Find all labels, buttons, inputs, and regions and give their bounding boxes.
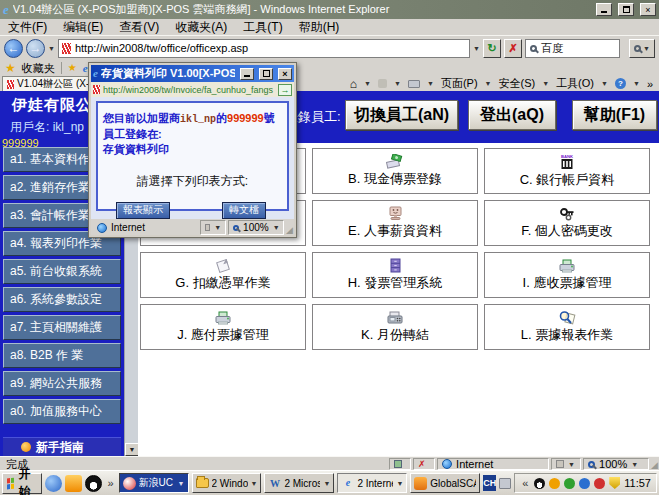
taskbar-task-globalscape[interactable]: GlobalSCAPE ... [410, 473, 480, 493]
search-value: 百度 [541, 41, 563, 56]
command-overflow-chevron[interactable]: » [647, 78, 653, 90]
menu-view[interactable]: 查看(V) [119, 19, 159, 36]
tray-qq-icon[interactable] [534, 478, 545, 489]
close-button[interactable]: × [640, 3, 656, 16]
dialog-title: 存貨資料列印 V1.00[X-POS 雲端商務網] [101, 66, 235, 81]
taskbar: 开始 » 新浪UC▼ 2 Windows Ex...▼ W 2 Microsof… [0, 470, 659, 495]
cabinet-icon [388, 258, 403, 273]
command-page[interactable]: 页面(P) [441, 76, 478, 91]
search-go-button[interactable]: ▼ [629, 39, 655, 58]
grid-cell-h[interactable]: H. 發票管理系統 [312, 252, 478, 298]
quicklaunch-icon-3[interactable] [85, 475, 102, 492]
taskbar-task-sina-uc[interactable]: 新浪UC▼ [119, 473, 189, 493]
taskbar-task-explorer-group[interactable]: 2 Windows Ex...▼ [192, 473, 262, 493]
sidebar-item-a5[interactable]: a5. 前台收銀系統 [3, 259, 121, 284]
employee-number: 999999 [227, 112, 264, 124]
help-icon[interactable]: ? [615, 78, 626, 89]
dialog-url: http://win2008/tw/Invoice/fa_cunhuo_fang… [103, 85, 275, 95]
switch-employee-button[interactable]: 切換員工(aN) [345, 100, 458, 130]
tray-icon-red[interactable] [594, 478, 605, 489]
dialog-resize-grip: ◢ [285, 219, 294, 235]
dialog-close-button[interactable]: × [278, 68, 292, 80]
export-file-button[interactable]: 轉文檔 [222, 202, 266, 219]
tray-chevron[interactable]: « [520, 477, 530, 489]
grid-cell-j[interactable]: J. 應付票據管理 [140, 304, 306, 350]
feed-icon[interactable] [378, 79, 387, 88]
paper-icon [215, 259, 231, 273]
site-icon [62, 43, 71, 54]
quicklaunch-icon-2[interactable] [65, 475, 82, 492]
dialog-titlebar[interactable]: e 存貨資料列印 V1.00[X-POS 雲端商務網] × [91, 65, 294, 82]
back-button[interactable]: ← [4, 39, 23, 58]
command-tools[interactable]: 工具(O) [556, 76, 594, 91]
scroll-down-button[interactable]: ▼ [125, 443, 139, 456]
refresh-button[interactable]: ↻ [483, 39, 501, 58]
grid-cell-k[interactable]: K. 月份轉結 [312, 304, 478, 350]
language-indicator[interactable]: CH [483, 475, 496, 491]
address-bar[interactable]: http://win2008/tw/office/officexp.asp [58, 39, 470, 58]
sidebar-item-a9[interactable]: a9. 網站公共服務 [3, 371, 121, 396]
menu-help[interactable]: 帮助(H) [299, 19, 340, 36]
forward-button[interactable]: → [26, 39, 45, 58]
module-name: 存貨資料列印 [103, 143, 169, 155]
franchise-id: ikl_np [180, 114, 216, 125]
tray-icon-green[interactable] [564, 478, 575, 489]
grid-cell-b[interactable]: B. 現金傳票登錄 [312, 148, 478, 194]
menu-bar: 文件(F) 编辑(E) 查看(V) 收藏夹(A) 工具(T) 帮助(H) [0, 19, 659, 36]
grid-cell-l[interactable]: L. 票據報表作業 [484, 304, 650, 350]
recent-pages-dropdown[interactable]: ▼ [48, 45, 55, 52]
favorite-link-icon: e [83, 63, 88, 74]
print-dialog-window[interactable]: e 存貨資料列印 V1.00[X-POS 雲端商務網] × http://win… [88, 62, 297, 238]
menu-file[interactable]: 文件(F) [8, 19, 47, 36]
printer-tray-icon[interactable] [499, 478, 511, 489]
sidebar-item-a6[interactable]: a6. 系統參數設定 [3, 287, 121, 312]
grid-cell-c[interactable]: BANK C. 銀行帳戶資料 [484, 148, 650, 194]
sidebar-item-a8[interactable]: a8. B2B 作 業 [3, 343, 121, 368]
minimize-button[interactable] [596, 3, 612, 16]
ie-icon: e [3, 3, 9, 16]
grid-cell-f[interactable]: F. 個人密碼更改 [484, 200, 650, 246]
help-button[interactable]: 幫助(F1) [572, 100, 657, 130]
protected-mode-button[interactable]: ▼ [551, 458, 581, 470]
go-button[interactable]: → [278, 84, 292, 96]
quicklaunch-chevron[interactable]: » [105, 477, 115, 489]
browser-status-bar: 完成 ✗ Internet ▼ 100%▼ ◢ [0, 456, 659, 470]
report-display-button[interactable]: 報表顯示 [116, 202, 170, 219]
dialog-zoom-control[interactable]: 100%▼ [228, 220, 284, 235]
sidebar-item-a0[interactable]: a0. 加值服務中心 [3, 399, 121, 424]
grid-cell-e[interactable]: E. 人事薪資資料 [312, 200, 478, 246]
computer-icon [387, 206, 404, 221]
restore-button[interactable] [618, 3, 634, 16]
search-box[interactable]: 百度 [525, 39, 620, 58]
menu-edit[interactable]: 编辑(E) [63, 19, 103, 36]
address-url: http://win2008/tw/office/officexp.asp [75, 42, 248, 54]
username-label: 用戶名: [10, 120, 49, 134]
dialog-status-bar: Internet ▼ 100%▼ ◢ [91, 219, 294, 235]
menu-tools[interactable]: 工具(T) [243, 19, 282, 36]
quicklaunch-icon-1[interactable] [45, 475, 62, 492]
favorites-button[interactable]: 收藏夹 [22, 61, 55, 76]
tray-shield-icon[interactable] [609, 477, 620, 489]
start-button[interactable]: 开始 [2, 473, 42, 494]
dialog-protected-mode-button[interactable]: ▼ [200, 220, 226, 235]
command-safety[interactable]: 安全(S) [499, 76, 536, 91]
logout-button[interactable]: 登出(aQ) [468, 100, 556, 130]
zoom-control[interactable]: 100%▼ [583, 458, 649, 470]
tray-icon-blue[interactable] [579, 478, 590, 489]
address-dropdown[interactable]: ▼ [473, 45, 480, 52]
tray-icon-orange[interactable] [549, 478, 560, 489]
grid-cell-g[interactable]: G. 扣繳憑單作業 [140, 252, 306, 298]
home-icon[interactable]: ⌂ [350, 78, 357, 90]
sidebar-item-a7[interactable]: a7. 主頁相關維護 [3, 315, 121, 340]
beginner-guide-button[interactable]: 新手指南 [3, 437, 121, 456]
taskbar-task-ie-group[interactable]: e 2 Internet E...▼ [337, 473, 407, 493]
magnifier-doc-icon [558, 310, 576, 325]
add-favorite-icon[interactable]: ★ [68, 63, 77, 73]
dialog-maximize-button[interactable] [259, 68, 273, 80]
stop-button[interactable]: ✗ [504, 39, 522, 58]
taskbar-task-word-group[interactable]: W 2 Microsoft ...▼ [264, 473, 334, 493]
dialog-minimize-button[interactable] [240, 68, 254, 80]
print-icon[interactable] [408, 80, 420, 88]
menu-favorites[interactable]: 收藏夹(A) [175, 19, 227, 36]
grid-cell-i[interactable]: I. 應收票據管理 [484, 252, 650, 298]
